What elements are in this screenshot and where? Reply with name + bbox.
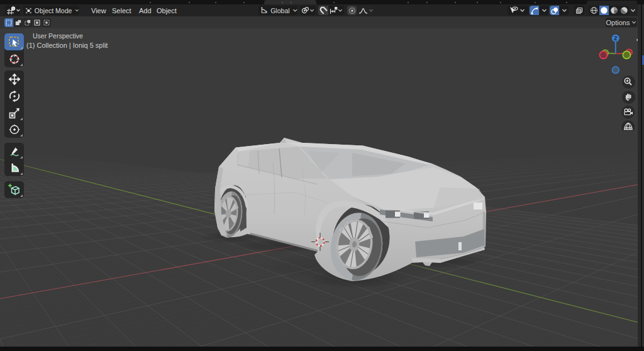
svg-text:Z: Z [614,35,617,42]
